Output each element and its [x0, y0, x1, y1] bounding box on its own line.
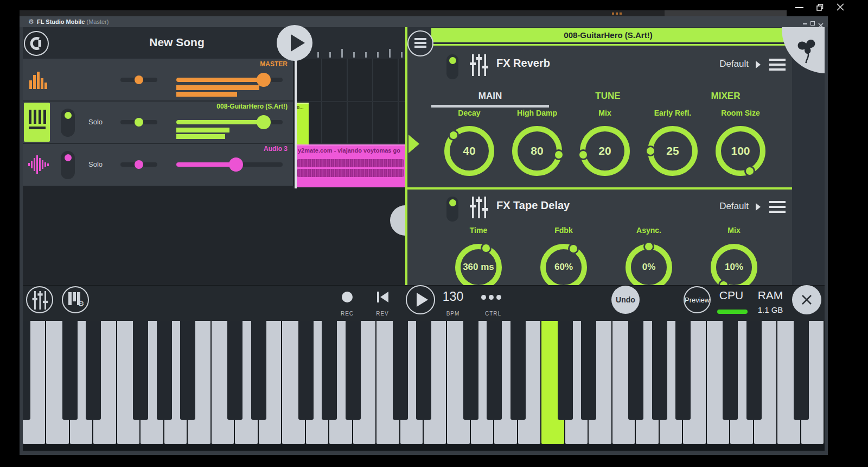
fl-menu-icon: [29, 36, 43, 51]
piano-black-key[interactable]: [581, 320, 596, 420]
bpm-value[interactable]: 130: [431, 289, 475, 304]
playlist-play-button[interactable]: [277, 25, 312, 61]
os-close-icon[interactable]: [836, 3, 845, 14]
pattern-clip[interactable]: 0...: [296, 103, 309, 146]
piano-black-key[interactable]: [628, 320, 643, 420]
piano-black-key[interactable]: [180, 320, 195, 420]
knob-indicator[interactable]: [578, 149, 589, 160]
piano-black-key[interactable]: [463, 320, 478, 420]
toggle-indicator: [449, 199, 456, 206]
piano-black-key[interactable]: [251, 320, 266, 420]
window-minimize-icon[interactable]: [803, 23, 807, 24]
piano-black-key[interactable]: [86, 320, 101, 420]
panel-divider[interactable]: [405, 27, 407, 285]
piano-black-key[interactable]: [346, 320, 361, 420]
keyboard-close-button[interactable]: [792, 285, 821, 314]
knob-value: 80: [518, 131, 557, 171]
transport-play-button[interactable]: [406, 285, 435, 314]
volume-slider[interactable]: [176, 120, 283, 124]
fx-menu-button[interactable]: [407, 30, 433, 56]
fx-reverb-preset[interactable]: Default: [678, 59, 749, 70]
pan-knob[interactable]: [135, 75, 143, 84]
fx-reverb-enable-toggle[interactable]: [446, 54, 458, 79]
mute-toggle[interactable]: [61, 109, 75, 137]
mute-toggle[interactable]: [61, 151, 75, 179]
knob-indicator[interactable]: [481, 243, 492, 254]
level-bar: [33, 75, 36, 89]
tab-tune[interactable]: TUNE: [549, 86, 667, 106]
os-restore-icon[interactable]: [816, 3, 824, 13]
pan-slider[interactable]: [120, 162, 157, 167]
piano-black-key[interactable]: [298, 320, 314, 420]
tab-mixer[interactable]: MIXER: [667, 86, 784, 106]
knob-indicator[interactable]: [643, 241, 654, 252]
fx-tape-delay-menu-icon[interactable]: [769, 201, 786, 213]
volume-slider[interactable]: [176, 162, 283, 167]
piano-black-key[interactable]: [487, 320, 502, 420]
piano-black-key[interactable]: [157, 320, 172, 420]
rewind-button[interactable]: [377, 292, 389, 302]
window-maximize-icon[interactable]: [810, 21, 815, 26]
track-name: MASTER: [260, 60, 288, 68]
ram-label: RAM: [749, 289, 792, 302]
volume-knob[interactable]: [257, 115, 271, 129]
record-button[interactable]: [342, 292, 353, 302]
piano-black-key[interactable]: [558, 320, 573, 420]
knob-label: Room Size: [707, 109, 774, 117]
piano-black-key[interactable]: [746, 320, 762, 420]
piano-black-key[interactable]: [393, 320, 408, 420]
mixer-button[interactable]: [26, 286, 53, 313]
wave-bar: [47, 163, 49, 166]
window-titlebar[interactable]: [20, 16, 828, 27]
play-icon: [417, 293, 428, 307]
piano-icon[interactable]: [24, 103, 50, 142]
piano-black-key[interactable]: [652, 320, 667, 420]
preset-next-arrow-icon[interactable]: [756, 61, 761, 68]
knob-fdbk[interactable]: 60%: [540, 244, 587, 291]
panel-expand-arrow-icon[interactable]: [409, 135, 419, 153]
volume-slider[interactable]: [176, 78, 283, 82]
piano-black-key[interactable]: [62, 320, 78, 420]
piano-black-key[interactable]: [510, 320, 526, 420]
knob-value: 360 ms: [461, 249, 496, 285]
pan-slider[interactable]: [120, 78, 157, 82]
ctrl-button[interactable]: [481, 295, 506, 300]
pan-knob[interactable]: [135, 118, 143, 127]
knob-label: Async.: [615, 226, 682, 235]
piano-black-key[interactable]: [675, 320, 691, 420]
volume-knob[interactable]: [229, 157, 243, 172]
pan-slider[interactable]: [120, 120, 157, 124]
piano-black-key[interactable]: [23, 320, 30, 420]
fx-tape-delay-preset[interactable]: Default: [678, 201, 749, 212]
piano-black-key[interactable]: [227, 320, 242, 420]
wave-bar: [36, 155, 38, 174]
os-minimize-icon[interactable]: [795, 7, 803, 8]
knob-indicator[interactable]: [645, 146, 656, 156]
level-bar: [29, 80, 32, 89]
keyboard-settings-button[interactable]: ⚙: [62, 286, 89, 313]
knob-room-size[interactable]: 100: [716, 126, 765, 176]
fx-tape-delay-enable-toggle[interactable]: [446, 197, 458, 222]
piano-black-key[interactable]: [133, 320, 148, 420]
level-bar: [44, 83, 47, 89]
tab-main[interactable]: MAIN: [431, 86, 549, 106]
knob-indicator[interactable]: [448, 130, 459, 141]
audio-clip[interactable]: y2mate.com - viajando voytomas go: [296, 144, 405, 187]
knob-label: Mix: [700, 226, 768, 235]
piano-black-key[interactable]: [794, 320, 809, 420]
pan-knob[interactable]: [135, 160, 143, 169]
preset-next-arrow-icon[interactable]: [756, 203, 761, 211]
knob-time[interactable]: 360 ms: [455, 244, 502, 291]
piano-black-key[interactable]: [322, 320, 337, 420]
hamburger-icon: [414, 42, 426, 44]
main-menu-button[interactable]: [24, 31, 49, 56]
piano-black-key[interactable]: [723, 320, 738, 420]
playhead[interactable]: [295, 60, 297, 188]
ram-value: 1.1 GB: [749, 305, 792, 314]
piano-black-key[interactable]: [416, 320, 431, 420]
knob-mix[interactable]: 10%: [711, 244, 757, 291]
record-label: REC: [336, 311, 358, 317]
undo-button[interactable]: Undo: [611, 286, 640, 314]
preview-button[interactable]: Preview: [684, 286, 711, 313]
piano-keyboard[interactable]: [23, 320, 825, 451]
